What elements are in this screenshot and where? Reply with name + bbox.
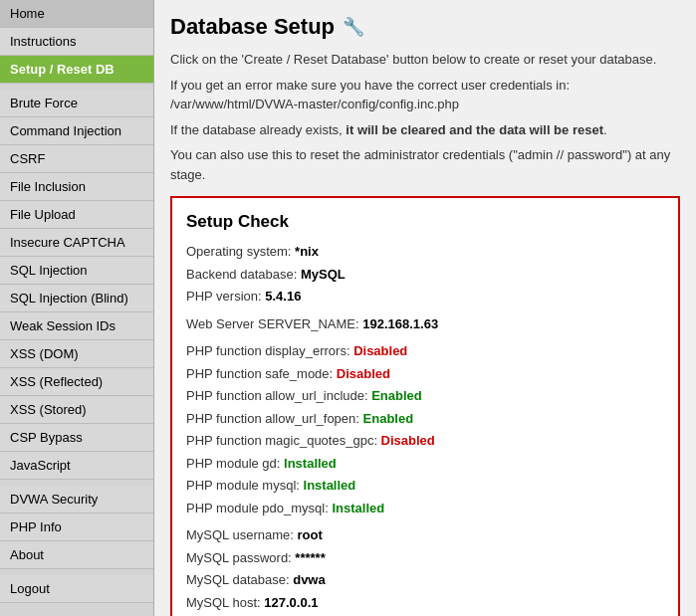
sidebar-item-csp-bypass[interactable]: CSP Bypass	[0, 424, 153, 452]
wrench-icon: 🔧	[343, 16, 364, 38]
intro-text-3: If the database already exists, it will …	[170, 120, 680, 140]
gd-label: PHP module gd:	[186, 456, 284, 471]
sidebar-item-file-upload[interactable]: File Upload	[0, 201, 153, 229]
allow-url-include-row: PHP function allow_url_include: Enabled	[186, 386, 664, 406]
server-row: Web Server SERVER_NAME: 192.168.1.63	[186, 314, 664, 334]
pdo-mysql-label: PHP module pdo_mysql:	[186, 501, 332, 515]
mysql-user-val: root	[298, 527, 323, 542]
sidebar-item-sql-injection[interactable]: SQL Injection	[0, 257, 153, 285]
mysql-user-row: MySQL username: root	[186, 525, 664, 545]
pdo-mysql-val: Installed	[332, 501, 384, 515]
sidebar-item-xss-dom[interactable]: XSS (DOM)	[0, 340, 153, 368]
intro3-bold: it will be cleared and the data will be …	[346, 122, 603, 137]
intro-text-1: Click on the 'Create / Reset Database' b…	[170, 50, 680, 70]
sidebar-item-instructions[interactable]: Instructions	[0, 28, 153, 56]
safe-mode-row: PHP function safe_mode: Disabled	[186, 364, 664, 384]
sidebar-item-setup-reset-db[interactable]: Setup / Reset DB	[0, 56, 153, 84]
mysql-db-val: dvwa	[293, 572, 326, 587]
mysql-db-label: MySQL database:	[186, 572, 293, 587]
intro3-part1: If the database already exists,	[170, 122, 346, 137]
sidebar-item-brute-force[interactable]: Brute Force	[0, 90, 153, 117]
server-val: 192.168.1.63	[362, 316, 438, 331]
allow-url-include-label: PHP function allow_url_include:	[186, 388, 371, 403]
sidebar-item-javascript[interactable]: JavaScript	[0, 452, 153, 480]
php-label: PHP version:	[186, 289, 265, 304]
sidebar-item-php-info[interactable]: PHP Info	[0, 513, 153, 541]
safe-mode-label: PHP function safe_mode:	[186, 366, 337, 381]
intro3-part2: .	[603, 122, 607, 137]
mysql-val: Installed	[304, 478, 356, 493]
sidebar: Home Instructions Setup / Reset DB Brute…	[0, 0, 154, 616]
sidebar-item-dvwa-security[interactable]: DVWA Security	[0, 486, 153, 513]
sidebar-item-xss-reflected[interactable]: XSS (Reflected)	[0, 368, 153, 396]
sidebar-item-command-injection[interactable]: Command Injection	[0, 117, 153, 145]
mysql-pass-val: ******	[295, 550, 325, 565]
sidebar-item-logout[interactable]: Logout	[0, 575, 153, 603]
display-errors-val: Disabled	[353, 343, 407, 358]
magic-quotes-val: Disabled	[381, 433, 435, 448]
sidebar-item-xss-stored[interactable]: XSS (Stored)	[0, 396, 153, 424]
setup-check-title: Setup Check	[186, 212, 664, 232]
db-val: MySQL	[301, 267, 346, 282]
intro-text-2: If you get an error make sure you have t…	[170, 76, 680, 114]
mysql-user-label: MySQL username:	[186, 527, 298, 542]
safe-mode-val: Disabled	[337, 366, 390, 381]
mysql-pass-row: MySQL password: ******	[186, 548, 664, 568]
mysql-pass-label: MySQL password:	[186, 550, 295, 565]
magic-quotes-row: PHP function magic_quotes_gpc: Disabled	[186, 431, 664, 451]
sidebar-item-insecure-captcha[interactable]: Insecure CAPTCHA	[0, 229, 153, 257]
gd-row: PHP module gd: Installed	[186, 454, 664, 474]
os-label: Operating system:	[186, 244, 295, 259]
sidebar-item-about[interactable]: About	[0, 541, 153, 569]
gd-val: Installed	[284, 456, 337, 471]
setup-check-box: Setup Check Operating system: *nix Backe…	[170, 196, 680, 616]
allow-url-fopen-row: PHP function allow_url_fopen: Enabled	[186, 409, 664, 429]
os-row: Operating system: *nix	[186, 242, 664, 262]
mysql-host-val: 127.0.0.1	[264, 595, 318, 610]
db-row: Backend database: MySQL	[186, 265, 664, 285]
allow-url-include-val: Enabled	[371, 388, 422, 403]
mysql-host-label: MySQL host:	[186, 595, 264, 610]
allow-url-fopen-val: Enabled	[363, 411, 414, 426]
pdo-mysql-row: PHP module pdo_mysql: Installed	[186, 499, 664, 518]
php-row: PHP version: 5.4.16	[186, 287, 664, 307]
sidebar-item-home[interactable]: Home	[0, 0, 153, 28]
sidebar-item-csrf[interactable]: CSRF	[0, 145, 153, 173]
sidebar-item-sql-injection-blind[interactable]: SQL Injection (Blind)	[0, 285, 153, 312]
db-label: Backend database:	[186, 267, 301, 282]
mysql-db-row: MySQL database: dvwa	[186, 570, 664, 590]
display-errors-label: PHP function display_errors:	[186, 343, 353, 358]
page-title-text: Database Setup	[170, 14, 335, 40]
intro-text-4: You can also use this to reset the admin…	[170, 145, 680, 184]
display-errors-row: PHP function display_errors: Disabled	[186, 341, 664, 361]
mysql-label: PHP module mysql:	[186, 478, 304, 493]
magic-quotes-label: PHP function magic_quotes_gpc:	[186, 433, 381, 448]
php-val: 5.4.16	[265, 289, 301, 304]
main-content: Database Setup 🔧 Click on the 'Create / …	[154, 0, 696, 616]
allow-url-fopen-label: PHP function allow_url_fopen:	[186, 411, 363, 426]
mysql-host-row: MySQL host: 127.0.0.1	[186, 593, 664, 613]
page-title: Database Setup 🔧	[170, 14, 680, 40]
sidebar-item-file-inclusion[interactable]: File Inclusion	[0, 173, 153, 201]
sidebar-item-weak-session-ids[interactable]: Weak Session IDs	[0, 312, 153, 340]
os-val: *nix	[295, 244, 319, 259]
mysql-row: PHP module mysql: Installed	[186, 476, 664, 496]
server-label: Web Server SERVER_NAME:	[186, 316, 362, 331]
